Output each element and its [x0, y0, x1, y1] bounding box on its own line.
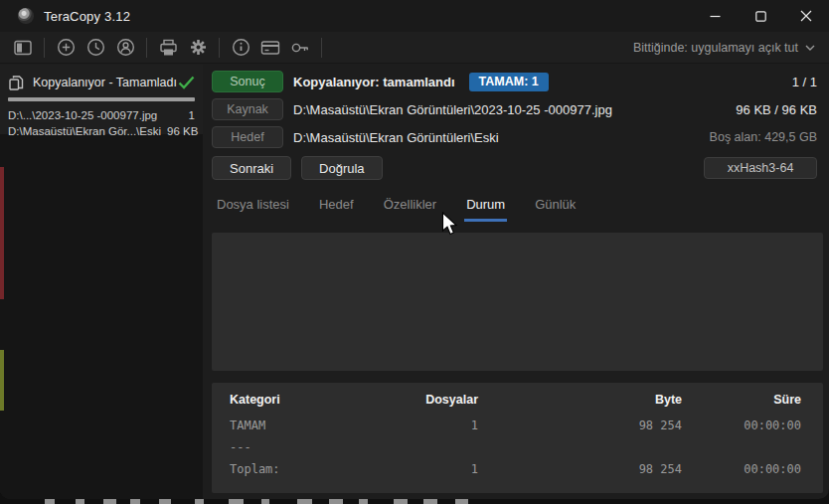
teracopy-logo-icon: [18, 8, 34, 24]
col-header-bytes: Byte: [478, 393, 682, 419]
on-finish-label: Bittiğinde: uygulamayı açık tut: [633, 41, 798, 55]
table-cell: [682, 440, 801, 462]
unlock-button[interactable]: [285, 35, 315, 61]
actions-row: Sonraki Doğrula xxHash3-64: [212, 156, 817, 180]
result-row: Sonuç Kopyalanıyor: tamamlandı TAMAM: 1 …: [212, 71, 817, 92]
target-button[interactable]: Hedef: [212, 126, 283, 148]
task-target-path: D:\Masaüstü\Ekran Gör...\Eski: [8, 123, 161, 139]
tab-status[interactable]: Durum: [464, 197, 507, 222]
verify-button[interactable]: Doğrula: [301, 156, 383, 180]
source-path: D:\Masaüstü\Ekran Görüntüleri\2023-10-25…: [293, 102, 612, 117]
license-button[interactable]: [255, 35, 285, 61]
print-icon: [159, 39, 178, 57]
maximize-icon: [755, 11, 766, 22]
sidebar-toggle-button[interactable]: [8, 35, 38, 61]
maximize-button[interactable]: [738, 0, 783, 32]
task-size: 96 KB: [167, 123, 198, 139]
result-status-text: Kopyalanıyor: tamamlandı: [293, 75, 455, 89]
toolbar-separator: [321, 38, 322, 58]
gear-icon: [189, 38, 208, 57]
close-button[interactable]: [783, 0, 829, 32]
background-window-fragment: [0, 499, 829, 504]
teracopy-window: TeraCopy 3.12: [0, 0, 829, 499]
user-icon: [116, 38, 135, 57]
result-button[interactable]: Sonuç: [212, 71, 283, 92]
window-controls: [692, 0, 829, 32]
target-path: D:\Masaüstü\Ekran Görüntüleri\Eski: [293, 130, 499, 145]
about-button[interactable]: [226, 35, 255, 61]
tab-file-list[interactable]: Dosya listesi: [215, 197, 291, 222]
table-cell: [478, 440, 682, 462]
result-ok-badge: TAMAM: 1: [469, 73, 549, 91]
status-table: Kategori Dosyalar Byte Süre TAMAM 1 98 2…: [212, 383, 823, 484]
status-detail-panel: [212, 233, 823, 371]
history-button[interactable]: [81, 35, 110, 61]
print-button[interactable]: [153, 35, 183, 61]
table-cell: TAMAM: [230, 419, 379, 440]
close-icon: [800, 10, 812, 22]
table-cell: 00:00:00: [682, 419, 801, 440]
source-row: Kaynak D:\Masaüstü\Ekran Görüntüleri\202…: [212, 98, 817, 120]
status-summary-panel: Kategori Dosyalar Byte Süre TAMAM 1 98 2…: [212, 383, 823, 493]
tab-log[interactable]: Günlük: [533, 197, 578, 222]
table-cell: 98 254: [478, 419, 682, 440]
bytes-progress: 96 KB / 96 KB: [736, 102, 817, 117]
col-header-category: Kategori: [230, 393, 379, 419]
next-button[interactable]: Sonraki: [212, 156, 291, 180]
toolbar: Bittiğinde: uygulamayı açık tut: [0, 32, 829, 64]
info-icon: [232, 38, 250, 57]
task-source-line: D:\...\2023-10-25 -000977.jpg 1: [8, 107, 195, 123]
key-icon: [290, 41, 310, 55]
col-header-time: Süre: [682, 393, 801, 419]
toolbar-separator: [146, 38, 147, 58]
copy-task-icon: [8, 75, 25, 91]
task-file-count: 1: [189, 107, 195, 123]
table-cell: [379, 440, 478, 462]
table-cell: 00:00:00: [682, 462, 801, 484]
source-button[interactable]: Kaynak: [212, 98, 283, 120]
table-cell: 1: [379, 462, 478, 484]
task-list-sidebar: Kopyalanıyor - Tamamladı D:\...\2023-10-…: [0, 65, 203, 499]
add-task-button[interactable]: [51, 35, 81, 61]
toolbar-separator: [219, 38, 220, 58]
window-title: TeraCopy 3.12: [44, 9, 130, 24]
table-cell: ---: [230, 440, 379, 462]
on-finish-dropdown[interactable]: Bittiğinde: uygulamayı açık tut: [633, 41, 815, 55]
free-space: Boş alan: 429,5 GB: [710, 130, 817, 144]
table-cell: 98 254: [478, 462, 682, 484]
background-window-sliver-red: [0, 167, 4, 299]
license-card-icon: [260, 40, 280, 56]
check-icon: [178, 76, 195, 89]
col-header-files: Dosyalar: [379, 393, 478, 419]
toolbar-separator: [44, 38, 45, 58]
tab-target[interactable]: Hedef: [317, 197, 356, 222]
table-cell: 1: [379, 419, 478, 440]
tab-properties[interactable]: Özellikler: [382, 197, 438, 222]
task-title: Kopyalanıyor - Tamamladı: [33, 76, 177, 89]
files-progress: 1 / 1: [792, 75, 817, 89]
minimize-button[interactable]: [692, 0, 738, 32]
sidebar-toggle-icon: [14, 40, 32, 56]
background-window-sliver-green: [0, 350, 4, 411]
minimize-icon: [710, 11, 721, 22]
task-source-path: D:\...\2023-10-25 -000977.jpg: [8, 107, 157, 123]
hash-algorithm-button[interactable]: xxHash3-64: [704, 157, 817, 179]
title-bar: TeraCopy 3.12: [0, 0, 829, 32]
task-progress-fill: [8, 97, 195, 101]
task-item[interactable]: Kopyalanıyor - Tamamladı D:\...\2023-10-…: [0, 65, 203, 134]
user-button[interactable]: [110, 35, 140, 61]
task-target-line: D:\Masaüstü\Ekran Gör...\Eski 96 KB: [8, 123, 195, 139]
target-row: Hedef D:\Masaüstü\Ekran Görüntüleri\Eski…: [212, 126, 817, 148]
detail-tabs: Dosya listesi Hedef Özellikler Durum Gün…: [215, 197, 578, 222]
add-icon: [57, 38, 76, 57]
task-progress-bar: [8, 97, 195, 101]
history-icon: [86, 38, 105, 57]
settings-button[interactable]: [183, 35, 213, 61]
chevron-down-icon: [805, 45, 815, 51]
table-cell: Toplam:: [230, 462, 379, 484]
